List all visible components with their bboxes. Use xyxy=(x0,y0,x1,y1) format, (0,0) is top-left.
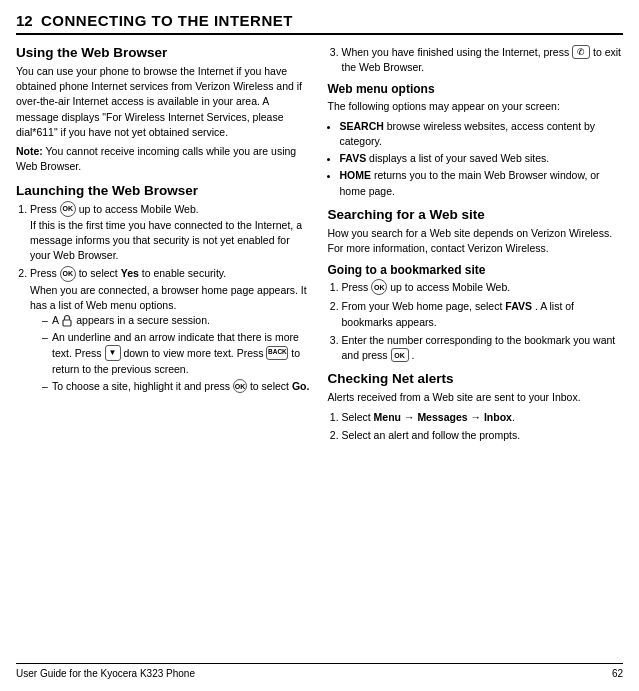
chapter-number: 12 CONNECTING TO THE INTERNET xyxy=(16,12,293,29)
home-item: HOME returns you to the main Web Browser… xyxy=(340,168,624,198)
footer-right: 62 xyxy=(612,668,623,679)
bookmark-step-1: Press OK up to access Mobile Web. xyxy=(342,280,624,296)
step2-text-before: Press xyxy=(30,267,60,279)
launch-step-2: Press OK to select Yes to enable securit… xyxy=(30,266,312,394)
search-body: How you search for a Web site depends on… xyxy=(328,226,624,256)
main-content: Using the Web Browser You can use your p… xyxy=(16,45,623,663)
yes-keyword: Yes xyxy=(121,267,139,279)
step2-subnote: When you are connected, a browser home p… xyxy=(30,284,307,311)
go-keyword: Go. xyxy=(292,380,310,392)
web-menu-intro: The following options may appear on your… xyxy=(328,99,624,114)
chapter-title: CONNECTING TO THE INTERNET xyxy=(41,12,293,29)
page-header: 12 CONNECTING TO THE INTERNET xyxy=(16,12,623,35)
end-call-icon: ✆ xyxy=(572,45,590,59)
launch-step-1: Press OK up to access Mobile Web. If thi… xyxy=(30,202,312,264)
bookmark-steps: Press OK up to access Mobile Web. From y… xyxy=(328,280,624,363)
bullet-go-text2: to select Go. xyxy=(250,380,310,392)
note-text: Note: You cannot receive incoming calls … xyxy=(16,144,312,174)
bullet-arrow: An underline and an arrow indicate that … xyxy=(42,330,312,377)
ok-button-icon-2: OK xyxy=(60,266,76,282)
using-web-browser-body: You can use your phone to browse the Int… xyxy=(16,64,312,140)
bullet-lock: A appears in a secure session. xyxy=(42,313,312,328)
bookmark-step-2: From your Web home page, select FAVS . A… xyxy=(342,299,624,329)
page: 12 CONNECTING TO THE INTERNET Using the … xyxy=(0,0,639,691)
bullet-lock-text-before: A xyxy=(52,314,61,326)
bk-step3-before: Enter the number corresponding to the bo… xyxy=(342,334,616,361)
using-web-browser-heading: Using the Web Browser xyxy=(16,45,312,60)
launching-heading: Launching the Web Browser xyxy=(16,183,312,198)
bullet-arrow-text2: down to view more text. Press xyxy=(123,347,266,359)
svg-rect-0 xyxy=(63,320,71,326)
ok-box-icon: OK xyxy=(391,348,409,362)
footer-left: User Guide for the Kyocera K323 Phone xyxy=(16,668,195,679)
favs-text: displays a list of your saved Web sites. xyxy=(369,152,549,164)
bookmark-heading: Going to a bookmarked site xyxy=(328,263,624,277)
back-button-icon: BACK xyxy=(266,346,288,360)
alert-step-2: Select an alert and follow the prompts. xyxy=(342,428,624,443)
bk-step1-before: Press xyxy=(342,281,372,293)
bullet-go-text1: To choose a site, highlight it and press xyxy=(52,380,233,392)
ok-small-icon: OK xyxy=(233,379,247,393)
web-menu-list: SEARCH browse wireless websites, access … xyxy=(328,119,624,199)
search-item: SEARCH browse wireless websites, access … xyxy=(340,119,624,149)
bullet-go: To choose a site, highlight it and press… xyxy=(42,379,312,394)
step2-text-middle: to select Yes to enable security. xyxy=(79,267,227,279)
alerts-heading: Checking Net alerts xyxy=(328,371,624,386)
step3: When you have finished using the Interne… xyxy=(342,45,624,75)
home-keyword: HOME xyxy=(340,169,372,181)
alerts-steps: Select Menu → Messages → Inbox. Select a… xyxy=(328,410,624,443)
home-text: returns you to the main Web Browser wind… xyxy=(340,169,600,196)
note-label: Note: xyxy=(16,145,43,157)
search-keyword: SEARCH xyxy=(340,120,384,132)
step3-text-before: When you have finished using the Interne… xyxy=(342,46,573,58)
note-body: You cannot receive incoming calls while … xyxy=(16,145,296,172)
ok-button-icon-1: OK xyxy=(60,201,76,217)
favs-keyword-2: FAVS xyxy=(505,300,532,312)
bullet-lock-text-after: appears in a secure session. xyxy=(76,314,210,326)
alert-step2-text: Select an alert and follow the prompts. xyxy=(342,429,521,441)
bookmark-step-3: Enter the number corresponding to the bo… xyxy=(342,333,624,363)
favs-item: FAVS displays a list of your saved Web s… xyxy=(340,151,624,166)
down-arrow-icon: ▼ xyxy=(105,345,121,361)
left-column: Using the Web Browser You can use your p… xyxy=(16,45,312,663)
right-column: When you have finished using the Interne… xyxy=(328,45,624,663)
bk-step2-text: From your Web home page, select xyxy=(342,300,506,312)
page-footer: User Guide for the Kyocera K323 Phone 62 xyxy=(16,663,623,679)
favs-keyword: FAVS xyxy=(340,152,367,164)
web-menu-heading: Web menu options xyxy=(328,82,624,96)
alert-step-1: Select Menu → Messages → Inbox. xyxy=(342,410,624,425)
step1-text-before: Press xyxy=(30,203,60,215)
step1-text-after: up to access Mobile Web. xyxy=(79,203,199,215)
lock-icon xyxy=(61,313,73,327)
step1-subnote: If this is the first time you have conne… xyxy=(30,219,302,261)
step2-bullets: A appears in a secure session. An underl… xyxy=(30,313,312,394)
alert-step1-text: Select Menu → Messages → Inbox. xyxy=(342,411,515,423)
launching-steps: Press OK up to access Mobile Web. If thi… xyxy=(16,202,312,395)
bk-step1-after: up to access Mobile Web. xyxy=(390,281,510,293)
bk-step3-after: . xyxy=(411,349,414,361)
ok-button-icon-3: OK xyxy=(371,279,387,295)
step3-list: When you have finished using the Interne… xyxy=(328,45,624,75)
search-heading: Searching for a Web site xyxy=(328,207,624,222)
alerts-body: Alerts received from a Web site are sent… xyxy=(328,390,624,405)
